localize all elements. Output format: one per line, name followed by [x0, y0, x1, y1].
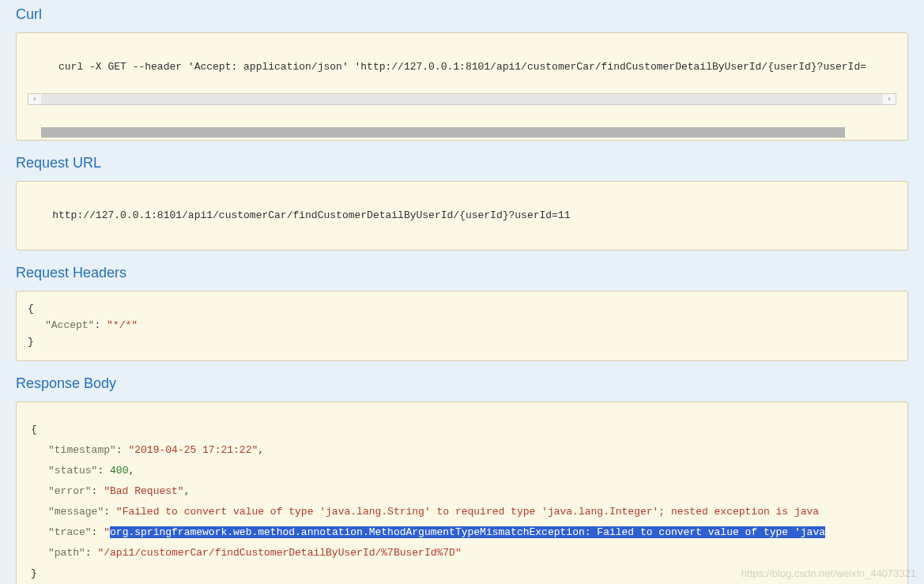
json-close: } [28, 336, 34, 348]
ts-val: "2019-04-25 17:21:22" [128, 444, 258, 456]
response-body-title: Response Body [16, 375, 908, 392]
curl-code-text: curl -X GET --header 'Accept: applicatio… [52, 61, 866, 73]
request-headers-title: Request Headers [16, 265, 908, 281]
message-val: "Failed to convert value of type 'java.l… [116, 506, 819, 518]
request-url-code[interactable]: http://127.0.0.1:8101/api1/customerCar/f… [16, 181, 908, 251]
trace-val-pre: " [104, 526, 110, 538]
error-val: "Bad Request" [104, 485, 183, 497]
curl-code[interactable]: curl -X GET --header 'Accept: applicatio… [16, 32, 908, 141]
trace-key: "trace" [48, 526, 92, 538]
request-headers-code[interactable]: { "Accept": "*/*" } [16, 291, 908, 360]
scroll-track[interactable] [41, 94, 883, 104]
json-open: { [28, 303, 34, 315]
response-body-section: Response Body { "timestamp": "2019-04-25… [16, 375, 908, 584]
request-headers-section: Request Headers { "Accept": "*/*" } [16, 265, 908, 360]
ts-key: "timestamp" [48, 444, 116, 456]
json-close: } [31, 567, 37, 579]
scroll-right-icon[interactable]: › [883, 94, 896, 104]
request-url-title: Request URL [16, 155, 908, 171]
curl-section: Curl curl -X GET --header 'Accept: appli… [16, 6, 908, 141]
request-url-section: Request URL http://127.0.0.1:8101/api1/c… [16, 155, 908, 251]
accept-val: "*/*" [107, 319, 138, 331]
json-open: { [31, 424, 37, 435]
scroll-left-icon[interactable]: ‹ [28, 94, 41, 104]
curl-title: Curl [16, 6, 908, 23]
scroll-thumb[interactable] [41, 127, 845, 138]
trace-highlight: org.springframework.web.method.annotatio… [110, 526, 825, 538]
error-key: "error" [48, 485, 92, 497]
curl-scrollbar[interactable]: ‹ › [28, 93, 896, 105]
accept-key: "Accept" [45, 319, 94, 331]
status-val: 400 [110, 465, 128, 477]
path-key: "path" [48, 547, 85, 559]
request-url-text: http://127.0.0.1:8101/api1/customerCar/f… [52, 209, 570, 221]
path-val: "/api1/customerCar/findCustomerDetailByU… [97, 547, 461, 559]
response-body-code[interactable]: { "timestamp": "2019-04-25 17:21:22", "s… [16, 401, 908, 584]
message-key: "message" [48, 506, 104, 518]
status-key: "status" [48, 465, 97, 477]
